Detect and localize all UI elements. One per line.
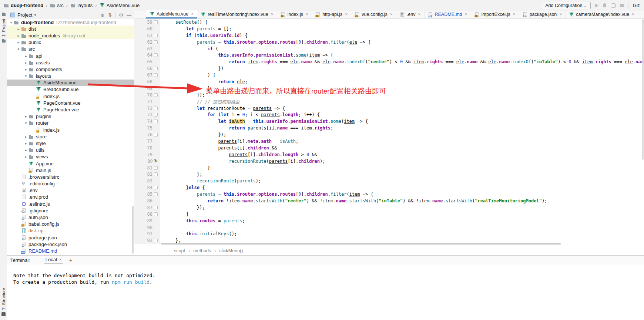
fold-marker[interactable] [154,192,158,196]
code-line[interactable]: 89 this.routes = parents; [134,218,644,224]
fold-marker[interactable] [154,186,158,189]
tree-item[interactable]: ▸views [7,154,134,160]
tree-item[interactable]: babel.config.js [7,221,134,228]
close-icon[interactable]: × [59,257,62,262]
code-breadcrumb-item[interactable]: methods [193,248,211,253]
code-line[interactable]: 64 this.userInfo.permissionList.some(ite… [134,52,644,58]
code-line[interactable]: 66 }) [134,65,644,72]
breadcrumb-item[interactable]: duoji-frontend [4,3,43,8]
tree-item[interactable]: ▸dist [7,26,134,32]
tree-item[interactable]: ▸utils [7,147,134,154]
tree-item[interactable]: PageContent.vue [7,100,134,106]
tree-item[interactable]: .gitignore [7,207,134,214]
code-line[interactable]: 85 parents = this.$router.options.routes… [134,191,644,198]
tree-item[interactable]: ▸store [7,133,134,140]
code-line[interactable]: 61 if (this.userInfo.id) { [134,32,644,39]
tree-item[interactable]: ▾layouts [7,73,134,80]
collapse-all-icon[interactable]: ⇅ [108,13,112,17]
tree-item[interactable]: ▸node_moduleslibrary root [7,32,134,39]
close-icon[interactable]: × [418,12,420,17]
terminal-tab-local[interactable]: Local × [44,256,63,264]
close-icon[interactable]: × [191,11,194,17]
code-breadcrumb-item[interactable]: clickMenu() [219,248,243,253]
code-line[interactable]: 74 let isAuth = this.userInfo.permission… [134,118,644,125]
tree-expand-icon[interactable]: ▸ [23,141,28,145]
tree-item[interactable]: ▾src [7,46,134,53]
code-line[interactable]: 62 parents = this.$router.options.routes… [134,39,644,46]
tree-expand-icon[interactable]: ▾ [23,121,28,125]
favorites-tool-icon[interactable] [2,40,6,43]
git-branch-label[interactable]: Git: [633,3,640,8]
code-line[interactable]: 68 return ele; [134,78,644,85]
tree-item[interactable]: auth.json [7,214,134,220]
tree-item[interactable]: ▾router [7,120,134,127]
code-line[interactable]: 79 parents[i].children.length > 0 && [134,151,644,158]
tree-expand-icon[interactable]: ▸ [23,148,28,152]
project-tool-button[interactable]: 1: Project [1,19,6,37]
fold-marker[interactable] [154,113,158,117]
close-icon[interactable]: × [632,12,634,17]
tree-item[interactable]: ▸style [7,140,134,146]
close-icon[interactable]: × [306,12,308,17]
breadcrumb-item[interactable]: layouts [70,3,93,8]
stop-icon[interactable] [620,4,624,7]
project-view-selector[interactable]: Project [17,12,32,18]
terminal-output[interactable]: Note that the development build is not o… [7,265,644,286]
tree-expand-icon[interactable]: ▸ [16,40,21,44]
tree-item[interactable]: package-lock.json [7,241,134,247]
editor-tab[interactable]: vue.config.js× [351,10,396,18]
code-breadcrumb-item[interactable]: script [174,248,185,253]
fold-marker[interactable] [154,93,158,97]
locate-file-icon[interactable]: ⊕ [101,13,105,17]
code-line[interactable]: 86 return !item.name.startsWith("center"… [134,198,644,204]
tree-item[interactable]: PageHeader.vue [7,106,134,113]
add-configuration-button[interactable]: Add Configuration... [541,2,591,9]
close-icon[interactable]: × [559,12,562,17]
tree-expand-icon[interactable]: ▸ [23,155,28,159]
editor-tab[interactable]: package.json× [519,10,566,18]
code-line[interactable]: 59 setRoute() { [134,19,644,26]
fold-marker[interactable] [154,73,158,77]
tree-item[interactable]: .env.prod [7,194,134,201]
tree-item[interactable]: App.vue [7,160,134,167]
code-line[interactable]: 67 ) { [134,72,644,78]
code-line[interactable]: 73 for (let i = 0; i < parents.length; i… [134,111,644,118]
run-icon[interactable] [595,4,598,7]
fold-marker[interactable] [154,107,158,110]
tree-item[interactable]: main.js [7,167,134,174]
fold-marker[interactable] [154,239,158,242]
close-icon[interactable]: × [465,12,467,17]
fold-marker[interactable] [154,206,158,209]
tree-expand-icon[interactable]: ▾ [23,74,28,78]
tree-item[interactable]: dist.zip [7,228,134,234]
tree-item[interactable]: ▸api [7,53,134,59]
code-line[interactable]: 91 this.initialKeys(); [134,231,644,238]
editor-tab[interactable]: importExcel.js× [471,10,519,18]
tree-item[interactable]: .editorconfig [7,181,134,187]
code-line[interactable]: 80↻ recursionRoute(parents[i].children); [134,158,644,165]
editor-tab[interactable]: AsideMenu.vue× [146,10,197,18]
breadcrumb-item[interactable]: src [50,3,63,8]
fold-marker[interactable] [154,40,158,44]
tree-item[interactable]: .eslintrc.js [7,201,134,207]
code-line[interactable]: 75 return parents[i].name === item.right… [134,125,644,131]
code-line[interactable]: 81 } [134,165,644,171]
tree-item[interactable]: index.js [7,127,134,133]
tree-expand-icon[interactable]: ▸ [23,67,28,71]
close-icon[interactable]: × [271,12,274,17]
new-terminal-icon[interactable]: + [69,257,73,263]
tree-expand-icon[interactable]: ▸ [23,135,28,139]
tree-expand-icon[interactable]: ▸ [23,54,28,58]
editor-tab[interactable]: cameraManage\index.vue× [566,10,638,18]
structure-tool-button[interactable]: 7: Structure [1,288,6,310]
tree-item[interactable]: ▸assets [7,59,134,66]
tree-expand-icon[interactable]: ▾ [16,47,21,51]
fold-marker[interactable] [154,119,158,123]
fold-marker[interactable] [154,20,158,24]
tree-item[interactable]: ▸components [7,66,134,73]
code-line[interactable]: 72 let recursionRoute = parents => { [134,105,644,112]
code-line[interactable]: 83 recursionRoute(parents); [134,178,644,184]
tree-item[interactable]: ▸public [7,39,134,46]
editor-tab[interactable]: README.md× [425,10,471,18]
fold-marker[interactable] [154,53,158,57]
